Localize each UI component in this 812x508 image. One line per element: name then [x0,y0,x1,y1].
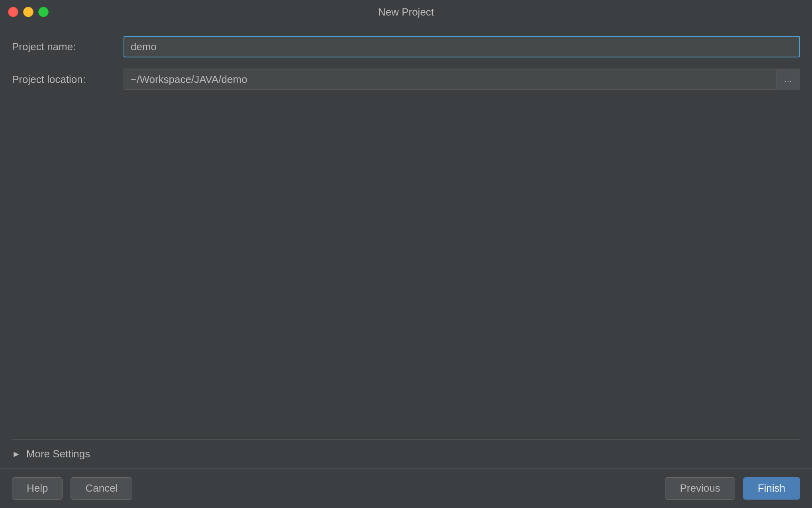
more-settings-label: More Settings [26,448,90,460]
minimize-button[interactable] [23,7,33,17]
project-name-label: Project name: [12,41,124,53]
maximize-button[interactable] [38,7,49,17]
more-settings-row[interactable]: ► More Settings [12,439,800,468]
location-input-wrapper [124,69,776,90]
bottom-bar: Help Cancel Previous Finish [0,468,812,508]
cancel-button[interactable]: Cancel [71,477,132,500]
content-area: Project name: Project location: ... ► Mo… [0,24,812,468]
finish-button[interactable]: Finish [743,477,800,500]
window-title: New Project [378,6,434,18]
help-button[interactable]: Help [12,477,63,500]
project-location-label: Project location: [12,73,124,86]
window-controls [8,7,49,17]
project-name-row: Project name: [12,36,800,57]
bottom-bar-left: Help Cancel [12,477,132,500]
browse-button[interactable]: ... [776,69,800,90]
main-space [12,101,800,439]
more-settings-arrow-icon: ► [12,449,21,459]
bottom-bar-right: Previous Finish [665,477,800,500]
project-name-input[interactable] [124,36,800,57]
close-button[interactable] [8,7,18,17]
project-location-input[interactable] [124,69,776,90]
project-location-row: Project location: ... [12,69,800,90]
previous-button[interactable]: Previous [665,477,735,500]
title-bar: New Project [0,0,812,24]
